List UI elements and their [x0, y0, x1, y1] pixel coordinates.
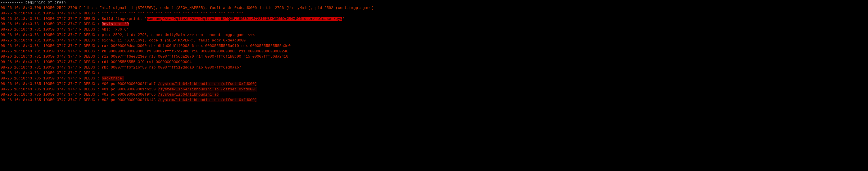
- log-line-13: 08-26 16:18:43.781 10050 3747 3747 F DEB…: [0, 71, 868, 76]
- log-line-11: 08-26 16:18:43.781 10050 3747 3747 F DEB…: [0, 60, 868, 65]
- log-line-8: 08-26 16:18:43.781 10050 3747 3747 F DEB…: [0, 43, 868, 49]
- log-line-15: 08-26 16:18:43.785 10050 3747 3747 F DEB…: [0, 81, 868, 87]
- log-line-7: 08-26 16:18:43.781 10050 3747 3747 F DEB…: [0, 38, 868, 43]
- log-line-3: 08-26 16:18:43.781 10050 3747 3747 F DEB…: [0, 16, 868, 22]
- log-line-5: 08-26 16:18:43.781 10050 3747 3747 F DEB…: [0, 27, 868, 33]
- log-line-17: 08-26 16:18:43.785 10050 3747 3747 F DEB…: [0, 92, 868, 98]
- log-line-14: 08-26 16:18:43.785 10050 3747 3747 F DEB…: [0, 76, 868, 81]
- log-line-1: 08-26 16:18:43.706 10050 2592 2796 F lib…: [0, 5, 868, 11]
- log-line-9: 08-26 16:18:43.781 10050 3747 3747 F DEB…: [0, 49, 868, 55]
- log-line-18: 08-26 16:18:43.785 10050 3747 3747 F DEB…: [0, 98, 868, 103]
- log-line-16: 08-26 16:18:43.785 10050 3747 3747 F DEB…: [0, 87, 868, 93]
- log-line-10: 08-26 16:18:43.781 10050 3747 3747 F DEB…: [0, 54, 868, 60]
- log-line-6: 08-26 16:18:43.781 10050 3747 3747 F DEB…: [0, 33, 868, 38]
- log-line-4: 08-26 16:18:43.781 10050 3747 3747 F DEB…: [0, 22, 868, 27]
- log-line-2: 08-26 16:18:43.781 10050 3747 3747 F DEB…: [0, 11, 868, 16]
- terminal-window: ---------- beginning of crash 08-26 16:1…: [0, 0, 868, 103]
- header-line: ---------- beginning of crash: [0, 0, 868, 5]
- log-line-12: 08-26 16:18:43.781 10050 3747 3747 F DEB…: [0, 65, 868, 71]
